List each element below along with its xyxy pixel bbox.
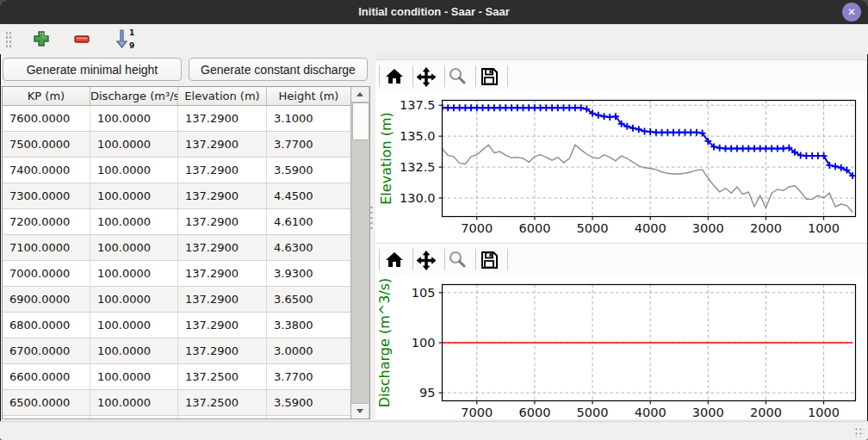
- toolbar-separator: [507, 249, 508, 270]
- table-cell[interactable]: 137.2900: [178, 106, 267, 132]
- table-cell[interactable]: 3.7700: [267, 364, 351, 390]
- scrollbar-thumb[interactable]: [352, 102, 369, 140]
- table-cell[interactable]: 100.0000: [90, 158, 178, 183]
- sort-ascending-icon: 1 9: [115, 28, 137, 50]
- table-scrollbar[interactable]: [350, 87, 369, 418]
- table-cell[interactable]: 100.0000: [90, 338, 178, 364]
- y-tick-label: 100: [412, 336, 436, 350]
- zoom-button[interactable]: [445, 65, 469, 88]
- table-cell[interactable]: 137.2900: [178, 287, 267, 313]
- table-cell[interactable]: 100.0000: [90, 183, 178, 209]
- table-cell[interactable]: 7300.0000: [3, 183, 90, 209]
- column-header[interactable]: Elevation (m): [178, 87, 267, 106]
- initial-condition-table: KP (m)Discharge (m³/s)Elevation (m)Heigh…: [2, 86, 370, 419]
- series-water-elevation: [443, 108, 853, 176]
- table-cell[interactable]: 6500.0000: [3, 390, 90, 416]
- table-cell[interactable]: 100.0000: [90, 209, 178, 235]
- table-cell[interactable]: 7400.0000: [3, 158, 90, 183]
- table-cell[interactable]: 3.9300: [267, 261, 351, 287]
- table-cell[interactable]: [90, 416, 178, 419]
- table-row: 6800.0000100.0000137.29003.3800: [3, 313, 351, 338]
- table-body: 7600.0000100.0000137.29003.10007500.0000…: [3, 106, 351, 418]
- toolbar-grip[interactable]: [5, 31, 11, 48]
- table-cell[interactable]: [267, 416, 351, 419]
- table-cell[interactable]: 7000.0000: [3, 261, 90, 287]
- table-cell[interactable]: 3.5900: [267, 158, 351, 183]
- table-cell[interactable]: 3.7700: [267, 132, 351, 158]
- elevation-plot-toolbar: [375, 59, 866, 93]
- discharge-plot[interactable]: 700060005000400030002000100010510095Disc…: [375, 276, 866, 419]
- table-cell[interactable]: 4.6300: [267, 235, 351, 261]
- table-cell[interactable]: 100.0000: [90, 261, 178, 287]
- table-cell[interactable]: 3.3800: [267, 313, 351, 338]
- table-cell[interactable]: 3.0000: [267, 338, 351, 364]
- column-header[interactable]: Discharge (m³/s): [90, 87, 178, 106]
- table-cell[interactable]: 100.0000: [90, 390, 178, 416]
- table-cell[interactable]: 137.2900: [178, 261, 267, 287]
- arrow-up-icon: [356, 92, 363, 96]
- table-cell[interactable]: 7200.0000: [3, 209, 90, 235]
- table-cell[interactable]: [178, 416, 267, 419]
- elevation-plot[interactable]: 7000600050004000300020001000137.5135.013…: [375, 92, 866, 243]
- table-cell[interactable]: 137.2900: [178, 209, 267, 235]
- close-icon: ✕: [847, 6, 856, 18]
- table-cell[interactable]: 4.4500: [267, 183, 351, 209]
- table-cell[interactable]: 6600.0000: [3, 364, 90, 390]
- table-cell[interactable]: 137.2900: [178, 338, 267, 364]
- table-cell[interactable]: 137.2900: [178, 313, 267, 338]
- table-cell[interactable]: 137.2900: [178, 183, 267, 209]
- table-cell[interactable]: 7600.0000: [3, 106, 90, 132]
- table-cell[interactable]: [3, 416, 90, 419]
- pan-button[interactable]: [414, 248, 438, 271]
- pan-button[interactable]: [414, 65, 438, 88]
- table-cell[interactable]: 3.1000: [267, 106, 351, 132]
- table-cell[interactable]: 137.2500: [178, 364, 267, 390]
- table-cell[interactable]: 7500.0000: [3, 132, 90, 158]
- add-row-button[interactable]: [29, 27, 53, 51]
- table-row: 6600.0000100.0000137.25003.7700: [3, 364, 351, 390]
- table-cell[interactable]: 100.0000: [90, 287, 178, 313]
- remove-row-button[interactable]: [70, 27, 94, 51]
- scroll-down-button[interactable]: [351, 403, 369, 418]
- table-cell[interactable]: 137.2900: [178, 158, 267, 183]
- close-button[interactable]: ✕: [842, 3, 861, 22]
- discharge-plot-canvas[interactable]: 700060005000400030002000100010510095Disc…: [375, 276, 866, 419]
- home-button[interactable]: [382, 65, 406, 88]
- home-icon: [384, 66, 405, 87]
- zoom-button[interactable]: [445, 248, 469, 271]
- generate-minimal-height-button[interactable]: Generate minimal height: [3, 58, 182, 81]
- app-toolbar: 1 9: [0, 24, 868, 54]
- save-icon: [479, 66, 499, 87]
- table-cell[interactable]: 4.6100: [267, 209, 351, 235]
- table-cell[interactable]: 3.6500: [267, 287, 351, 313]
- y-axis-label: Discharge (m^3/s): [376, 278, 393, 408]
- sort-rows-button[interactable]: 1 9: [114, 27, 138, 51]
- table-cell[interactable]: 7100.0000: [3, 235, 90, 261]
- table-cell[interactable]: 137.2500: [178, 390, 267, 416]
- column-header[interactable]: KP (m): [3, 87, 90, 106]
- x-tick-label: 4000: [635, 406, 666, 419]
- window-title: Initial condition - Saar - Saar: [0, 0, 868, 24]
- generate-constant-discharge-button[interactable]: Generate constant discharge: [189, 58, 368, 81]
- elevation-plot-canvas[interactable]: 7000600050004000300020001000137.5135.013…: [375, 92, 866, 243]
- column-header[interactable]: Height (m): [267, 87, 351, 106]
- table-cell[interactable]: 100.0000: [90, 235, 178, 261]
- table-cell[interactable]: 137.2900: [178, 132, 267, 158]
- table-cell[interactable]: 100.0000: [90, 106, 178, 132]
- app-window: Initial condition - Saar - Saar ✕ 1 9: [0, 0, 868, 440]
- table-cell[interactable]: 137.2900: [178, 235, 267, 261]
- save-button[interactable]: [477, 248, 501, 271]
- resize-grip[interactable]: [854, 427, 865, 437]
- table-cell[interactable]: 3.5900: [267, 390, 351, 416]
- table-cell[interactable]: 6800.0000: [3, 313, 90, 338]
- home-button[interactable]: [382, 248, 406, 271]
- scroll-up-button[interactable]: [351, 87, 369, 102]
- table-row: 6700.0000100.0000137.29003.0000: [3, 338, 351, 364]
- panel-splitter[interactable]: [369, 205, 374, 231]
- table-cell[interactable]: 100.0000: [90, 132, 178, 158]
- save-button[interactable]: [477, 65, 501, 88]
- table-cell[interactable]: 100.0000: [90, 364, 178, 390]
- table-cell[interactable]: 6700.0000: [3, 338, 90, 364]
- table-cell[interactable]: 6900.0000: [3, 287, 90, 313]
- table-cell[interactable]: 100.0000: [90, 313, 178, 338]
